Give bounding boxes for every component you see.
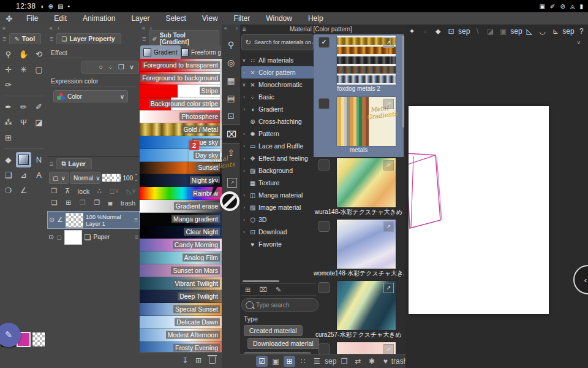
collapse-panel-icon[interactable]: « [224, 25, 227, 31]
layer-thumbnail[interactable] [66, 213, 83, 228]
layer-menu-icon[interactable]: ≡ [135, 234, 138, 240]
checkbox-view-icon[interactable]: ☑ [256, 356, 268, 367]
chevron-icon[interactable]: › [241, 144, 247, 149]
eyedropper-tool[interactable]: ✑ [1, 77, 16, 93]
material-item[interactable]: ↗ cura257-水彩テクスチャ大きめ [314, 280, 404, 341]
tab-layer-property[interactable]: ❏ Layer Property [56, 33, 121, 44]
edit-material-folder-icon[interactable]: ✎ [276, 286, 281, 294]
delete-sub-tool-icon[interactable] [209, 357, 216, 364]
crop-frame-icon[interactable]: ⊡ [445, 27, 458, 36]
snap-grid-icon[interactable]: ⊾ [549, 27, 562, 36]
chevron-icon[interactable]: › [241, 94, 247, 100]
palette-color-combo[interactable]: ▢∨ [49, 172, 69, 184]
chevron-icon[interactable]: › [241, 131, 247, 137]
gradient-icon[interactable]: ◪ [484, 27, 497, 36]
material-thumbnail[interactable]: Metal Gradients ↗ [337, 97, 396, 146]
zoom-tool[interactable]: ⚲ [1, 47, 16, 62]
material-tree-item[interactable]: › ❖ Effect and feeling [241, 152, 314, 164]
expression-color-dropdown[interactable]: Color ∨ [53, 90, 128, 102]
scrollbar[interactable] [402, 36, 404, 128]
tab-tool[interactable]: ✎ Tool [9, 33, 41, 44]
blend-mode-dropdown[interactable]: Normal∨ [70, 172, 100, 184]
material-thumbnail[interactable]: ↗ [337, 36, 396, 85]
ruler-tool[interactable]: ⊿ [16, 167, 31, 183]
text-tool[interactable]: A [31, 167, 47, 183]
material-item[interactable]: ↗ womote148-水彩テクスチャ大きめ [314, 218, 404, 280]
gradient-preset-row[interactable]: Special Sunset [140, 303, 222, 316]
auto-select-icon[interactable]: ✦ [405, 27, 418, 36]
border-effect-icon[interactable]: ○ [97, 63, 105, 72]
delete-layer-icon[interactable]: trash [121, 199, 135, 207]
gradient-preset-row[interactable]: Modest Afternoon [140, 329, 222, 342]
material-thumbnail[interactable]: ↗ [337, 220, 396, 269]
chevron-icon[interactable]: › [241, 205, 247, 210]
transparent-color-swatch[interactable] [32, 332, 46, 347]
material-tree-item[interactable]: › ✕ Color pattern [241, 66, 314, 79]
new-folder-icon[interactable]: ⊞ [66, 199, 71, 207]
open-material-icon[interactable]: ↗ [383, 99, 394, 109]
favorite-material-icon[interactable]: ♥ [380, 356, 391, 367]
eraser-tool[interactable]: ◪ [31, 115, 47, 130]
document-canvas[interactable] [409, 106, 549, 314]
menu-item[interactable]: Window [258, 12, 300, 25]
snap-ruler-icon[interactable]: ◺ [523, 27, 536, 36]
filter-created-material[interactable]: Created material [244, 325, 303, 336]
collapse-panel-icon[interactable]: « [2, 25, 6, 31]
layer-color-effect-icon[interactable]: ❐ [116, 63, 126, 72]
gradient-preset-row[interactable]: Background color stripe [140, 98, 222, 110]
gradient-preset-row[interactable]: Foreground to background [140, 72, 222, 85]
line-icon[interactable]: ∖ [470, 27, 483, 36]
chevron-icon[interactable]: › [241, 107, 247, 112]
chevron-icon[interactable]: ∨ [241, 82, 247, 88]
gradient-preset-row[interactable]: Vibrant Twilight [140, 277, 222, 290]
material-tree-item[interactable]: ∨ ∷ All materials [241, 54, 314, 66]
material-tree-item[interactable]: › ⬡ 3D [241, 213, 314, 226]
material-tree-item[interactable]: › ▨ Background [241, 164, 314, 177]
material-checkbox[interactable] [318, 98, 330, 109]
gradient-preset-row[interactable]: Foreground to transparent [140, 59, 222, 72]
collapse-panel-icon[interactable]: « [50, 25, 53, 31]
layer-row[interactable]: ⊙ ▢ ❏ Paper ≡ [47, 229, 140, 245]
pen-tool[interactable]: ✒ [1, 99, 16, 115]
gradient-preset-row[interactable]: Gradient erase [140, 200, 222, 213]
gradient-preset-row[interactable]: Manga gradient [140, 213, 222, 226]
expand-panel-icon[interactable]: › [236, 25, 238, 31]
material-tree-item[interactable]: › ▨ Image material [241, 201, 314, 213]
menu-item[interactable]: View [194, 12, 226, 25]
ruler-combo-icon[interactable]: ◺˅ [127, 187, 136, 195]
rotate-tool[interactable]: ⟲ [31, 47, 47, 62]
sub-tool-group-tab[interactable]: Freeform g [181, 45, 222, 59]
selection-tool[interactable]: ▢ [31, 62, 47, 77]
fill-icon[interactable]: ⬥ [432, 27, 445, 36]
material-settings-icon[interactable]: ✱ [366, 356, 377, 367]
tone-effect-icon[interactable]: ⁘ [106, 63, 115, 72]
material-thumbnail[interactable]: ↗ [337, 281, 396, 330]
gradient-preset-row[interactable]: Candy Morning [140, 239, 222, 251]
open-material-icon[interactable]: ↗ [383, 344, 394, 355]
sub-view-palette-icon[interactable]: ⚲ [222, 36, 240, 53]
panel-menu-icon[interactable]: ≡ [243, 26, 246, 33]
open-material-icon[interactable]: ↗ [383, 37, 394, 48]
material-tree-item[interactable]: › ◖ Gradient [241, 103, 314, 115]
fill-tool[interactable]: ◆ [1, 152, 16, 167]
correction-tool[interactable]: ∠ [16, 183, 31, 198]
mask-combo-icon[interactable]: ◻˅ [110, 187, 119, 195]
import-sub-tool-icon[interactable]: ↧ [182, 356, 188, 365]
menu-item[interactable]: Filter [226, 12, 258, 25]
collapse-panel-icon[interactable]: ‹ [58, 25, 59, 31]
menu-item[interactable]: Layer [123, 12, 157, 25]
gradient-preset-row[interactable]: Photosphere [140, 110, 222, 123]
tab-sub-tool[interactable]: ✐ Sub Tool [Gradient] [149, 30, 219, 47]
list-view-icon[interactable]: ☰ [311, 356, 323, 367]
help-icon[interactable]: ? [575, 27, 588, 36]
balloon-tool[interactable]: ❍ [1, 183, 16, 198]
chevron-down-icon[interactable]: ∨ [127, 63, 136, 72]
tab-layer[interactable]: ⧉ Layer [56, 158, 91, 169]
gradient-preset-row[interactable]: Clear Night [140, 226, 222, 239]
open-material-icon[interactable]: ↗ [383, 221, 394, 232]
material-tree-item[interactable]: › ⁘ Basic [241, 91, 314, 103]
sub-tool-group-tab[interactable]: Gradient [140, 45, 181, 59]
chevron-icon[interactable]: › [241, 229, 247, 235]
opacity-slider[interactable] [102, 174, 121, 182]
panel-menu-icon[interactable]: ≡ [50, 160, 53, 167]
